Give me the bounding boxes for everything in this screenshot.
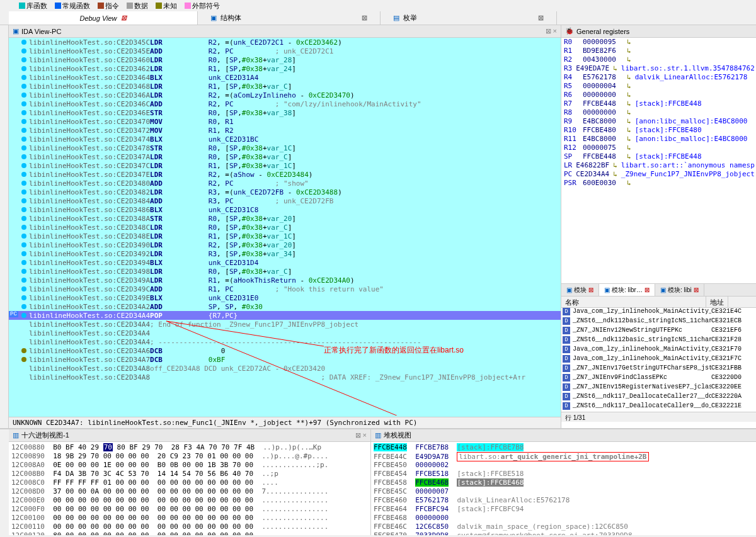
disasm-line[interactable]: libinlineHookTest.so:CE2D347C LDR R1, [S…	[9, 161, 561, 170]
disassembly-view[interactable]: 正常执行完了新函数的返回位置在libart.so libinlineHookTe…	[9, 38, 561, 417]
register-row[interactable]: LRE46822BF↳libart.so:art::`anonymous nam…	[561, 161, 756, 170]
stack-line[interactable]: FFCBE450 00000002	[374, 461, 753, 470]
module-tab[interactable]: ▣模块: libr… ⊠	[599, 284, 655, 296]
stack-line[interactable]: FFCBE458 FFCBE468 [stack]:FFCBE468	[374, 478, 753, 487]
register-row[interactable]: R9E4BC8000↳[anon:libc_malloc]:E4BC8000	[561, 117, 756, 126]
module-row[interactable]: D_ZNSt6__ndk117_DeallocateCaller27__do_……	[561, 393, 756, 402]
disasm-line[interactable]: libinlineHookTest.so:CE2D346E STR R0, [S…	[9, 108, 561, 117]
register-row[interactable]: R800000000↳	[561, 108, 756, 117]
close-icon[interactable]: ⊠ ×	[355, 431, 367, 439]
disasm-line[interactable]: libinlineHookTest.so:CE2D348A STR R0, [S…	[9, 214, 561, 223]
hex-line[interactable]: 12C000F0 00 00 00 00 00 00 00 00 00 00 0…	[11, 505, 368, 514]
disasm-line[interactable]: libinlineHookTest.so:CE2D3494 BLX unk_CE…	[9, 258, 561, 267]
module-row[interactable]: DJava_com_lzy_inlinehook_MainActivity_g……	[561, 346, 756, 355]
register-row[interactable]: R4E5762178↳dalvik_LinearAlloc:E5762178	[561, 73, 756, 82]
register-row[interactable]: R3E49EDA7E↳libart.so:.str.1.llvm.3547884…	[561, 64, 756, 73]
disasm-line[interactable]: libinlineHookTest.so:CE2D349C ADD R1, PC…	[9, 285, 561, 293]
disasm-line[interactable]: libinlineHookTest.so:CE2D3484 ADD R3, PC…	[9, 196, 561, 205]
stack-line[interactable]: FFCBE45C 00000007	[374, 487, 753, 496]
stack-line[interactable]: FFCBE464 FFCBFC94 [stack]:FFCBFC94	[374, 505, 753, 514]
register-row[interactable]: R11E4BC8000↳[anon:libc_malloc]:E4BC8000	[561, 135, 756, 144]
register-row[interactable]: R1BD9E82F6↳	[561, 47, 756, 55]
disasm-line[interactable]: libinlineHookTest.so:CE2D34A4 ; End of f…	[9, 320, 561, 329]
hex-line[interactable]: 12C00880 B0 BF 40 29 70 80 BF 29 70 28 F…	[11, 443, 368, 452]
stack-line[interactable]: FFCBE460 E5762178 dalvik_LinearAlloc:E57…	[374, 496, 753, 505]
register-row[interactable]: R000000095↳	[561, 38, 756, 47]
disasm-line[interactable]: libinlineHookTest.so:CE2D34A7 DCB 0xBF	[9, 355, 561, 364]
disasm-line[interactable]: libinlineHookTest.so:CE2D349A LDR R1, =(…	[9, 276, 561, 285]
stack-line[interactable]: FFCBE44C E49D9A7B libart.so:art_quick_ge…	[374, 452, 753, 461]
disasm-line[interactable]: libinlineHookTest.so:CE2D346A LDR R2, =(…	[9, 91, 561, 99]
disasm-line[interactable]: libinlineHookTest.so:CE2D34A4 POP {R7,PC…	[9, 311, 561, 320]
module-row[interactable]: D_ZN7_JNIEnv12NewStringUTFEPKcCE321EF6	[561, 327, 756, 336]
disasm-line[interactable]: libinlineHookTest.so:CE2D34A4	[9, 329, 561, 337]
disasm-line[interactable]: libinlineHookTest.so:CE2D348E LDR R1, [S…	[9, 232, 561, 240]
col-addr[interactable]: 地址	[706, 297, 728, 307]
hex-line[interactable]: 12C00100 00 00 00 00 00 00 00 00 00 00 0…	[11, 514, 368, 523]
module-row[interactable]: D_ZN7_JNIEnv17GetStringUTFCharsEP8_jstr……	[561, 365, 756, 374]
register-row[interactable]: R500000004↳	[561, 82, 756, 91]
close-icon[interactable]: ⊠	[538, 14, 544, 22]
disasm-line[interactable]: libinlineHookTest.so:CE2D346C ADD R2, PC…	[9, 99, 561, 108]
stack-line[interactable]: FFCBE468 00000000	[374, 514, 753, 523]
disasm-line[interactable]: libinlineHookTest.so:CE2D345E ADD R2, PC…	[9, 47, 561, 55]
disasm-line[interactable]: libinlineHookTest.so:CE2D3468 LDR R1, [S…	[9, 82, 561, 91]
register-row[interactable]: PSR600E0030↳	[561, 179, 756, 188]
registers-panel[interactable]: R000000095↳R1BD9E82F6↳R200430000↳R3E49ED…	[561, 38, 756, 283]
hex-line[interactable]: 12C00890 18 9B 29 70 00 00 00 00 20 C9 2…	[11, 452, 368, 461]
disasm-line[interactable]: libinlineHookTest.so:CE2D34A2 ADD SP, SP…	[9, 302, 561, 311]
disasm-line[interactable]: libinlineHookTest.so:CE2D3490 LDR R2, [S…	[9, 240, 561, 249]
hex-line[interactable]: 12C008B0 F4 DA 3B 70 3C 4C 53 70 14 14 5…	[11, 470, 368, 478]
close-icon[interactable]: ⊠	[362, 14, 367, 22]
tab-enum[interactable]: ▤枚举⊠	[381, 11, 557, 25]
register-row[interactable]: R600000000↳	[561, 91, 756, 99]
disasm-line[interactable]: libinlineHookTest.so:CE2D3498 LDR R0, [S…	[9, 267, 561, 276]
hex-line[interactable]: 12C000E0 00 00 00 00 00 00 00 00 00 00 0…	[11, 496, 368, 505]
disasm-line[interactable]: libinlineHookTest.so:CE2D3486 BLX unk_CE…	[9, 205, 561, 214]
hex-line[interactable]: 12C008C0 FF FF FF FF 01 00 00 00 00 00 0…	[11, 478, 368, 487]
col-name[interactable]: 名称	[561, 297, 706, 307]
disasm-line[interactable]: libinlineHookTest.so:CE2D34A6 DCB 0	[9, 346, 561, 355]
hex-line[interactable]: 12C00120 80 00 00 00 00 00 00 00 00 00 0…	[11, 531, 368, 535]
module-row[interactable]: D_ZNSt6__ndk112basic_stringIcNS_11char_……	[561, 336, 756, 346]
disasm-line[interactable]: libinlineHookTest.so:CE2D3472 MOV R1, R2	[9, 126, 561, 135]
disasm-line[interactable]: libinlineHookTest.so:CE2D3480 ADD R2, PC…	[9, 179, 561, 188]
disasm-line[interactable]: libinlineHookTest.so:CE2D3462 LDR R1, [S…	[9, 64, 561, 73]
disasm-line[interactable]: libinlineHookTest.so:CE2D3460 LDR R0, [S…	[9, 55, 561, 64]
disasm-line[interactable]: libinlineHookTest.so:CE2D348C LDR R0, [S…	[9, 223, 561, 232]
tab-debug[interactable]: Debug View⊠	[9, 11, 198, 25]
register-row[interactable]: R200430000↳	[561, 55, 756, 64]
module-row[interactable]: DJava_com_lzy_inlinehook_MainActivity_s……	[561, 308, 756, 317]
register-row[interactable]: R10FFCBE480↳[stack]:FFCBE480	[561, 126, 756, 135]
close-icon[interactable]: ⊠ ×	[546, 27, 557, 35]
module-row[interactable]: D_ZN7_JNIEnv9FindClassEPKcCE3220D0	[561, 374, 756, 383]
register-row[interactable]: SPFFCBE448↳[stack]:FFCBE448	[561, 152, 756, 161]
stack-line[interactable]: FFCBE454 FFCBE518 [stack]:FFCBE518	[374, 470, 753, 478]
module-row[interactable]: D_ZN7_JNIEnv15RegisterNativesEP7_jclass……	[561, 383, 756, 393]
module-tab[interactable]: ▣模块: libi ⊠	[655, 284, 704, 296]
modules-list[interactable]: DJava_com_lzy_inlinehook_MainActivity_s……	[561, 308, 756, 412]
module-row[interactable]: DJava_com_lzy_inlinehook_MainActivity_C……	[561, 355, 756, 365]
disasm-line[interactable]: libinlineHookTest.so:CE2D349E BLX unk_CE…	[9, 293, 561, 302]
module-row[interactable]: D_ZNSt6__ndk117_DeallocateCaller9__do_c……	[561, 402, 756, 412]
disasm-line[interactable]: libinlineHookTest.so:CE2D34A8 off_CE2D34…	[9, 364, 561, 373]
disasm-line[interactable]: libinlineHookTest.so:CE2D34A8 ; DATA XRE…	[9, 373, 561, 382]
register-row[interactable]: R1200000075↳	[561, 144, 756, 152]
disasm-line[interactable]: libinlineHookTest.so:CE2D3492 LDR R3, [S…	[9, 249, 561, 258]
module-tab[interactable]: ▣模块 ⊠	[561, 284, 599, 296]
stack-line[interactable]: FFCBE46C 12C6C850 dalvik_main_space_(reg…	[374, 523, 753, 531]
hex-line[interactable]: 12C00110 00 00 00 00 00 00 00 00 00 00 0…	[11, 523, 368, 531]
disasm-line[interactable]: libinlineHookTest.so:CE2D3464 BLX unk_CE…	[9, 73, 561, 82]
disasm-line[interactable]: libinlineHookTest.so:CE2D3482 LDR R3, =(…	[9, 188, 561, 196]
disasm-line[interactable]: libinlineHookTest.so:CE2D34A4 ; --------…	[9, 337, 561, 346]
tab-struct[interactable]: ▣结构体⊠	[198, 11, 381, 25]
disasm-line[interactable]: libinlineHookTest.so:CE2D3474 BLX unk_CE…	[9, 135, 561, 144]
hex-line[interactable]: 12C008A0 0E 00 00 00 1E 00 00 00 B0 0B 0…	[11, 461, 368, 470]
disasm-line[interactable]: libinlineHookTest.so:CE2D3470 MOV R0, R1	[9, 117, 561, 126]
disasm-line[interactable]: libinlineHookTest.so:CE2D347E LDR R2, =(…	[9, 170, 561, 179]
stack-line[interactable]: FFCBE470 7033D9D8 system@framework@boot_…	[374, 531, 753, 535]
stack-view[interactable]: FFCBE448 FFCBE7B8 [stack]:FFCBE7B8FFCBE4…	[371, 442, 756, 535]
register-row[interactable]: PCCE2D34A4↳_Z9new_Func1P7_JNIEnvPP8_jobj…	[561, 170, 756, 179]
hex-line[interactable]: 12C008D0 37 00 00 0A 00 00 00 00 00 00 0…	[11, 487, 368, 496]
stack-line[interactable]: FFCBE448 FFCBE7B8 [stack]:FFCBE7B8	[374, 443, 753, 452]
